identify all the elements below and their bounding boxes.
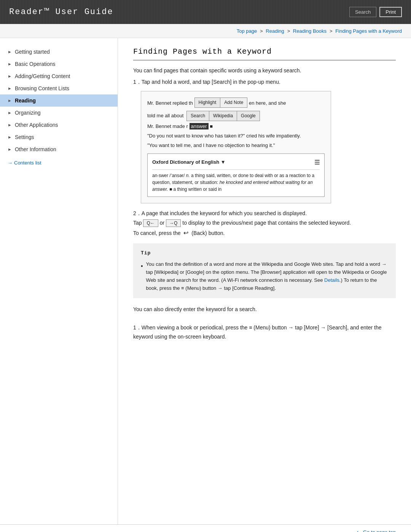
breadcrumb-reading-books[interactable]: Reading Books xyxy=(293,28,327,34)
step-1: 1．Tap and hold a word, and tap [Search] … xyxy=(133,79,396,203)
step2-cancel-line: To cancel, press the ↩ (Back) button. xyxy=(133,229,396,236)
sidebar-item-label: Browsing Content Lists xyxy=(15,85,69,91)
bullet-dot: • xyxy=(141,261,143,271)
chevron-right-icon: ► xyxy=(8,62,12,66)
sidebar-item-label: Other Applications xyxy=(15,122,58,128)
screenshot-q2-text: "You want to tell me, and I have no obje… xyxy=(147,142,275,148)
step1-label: 1．Tap and hold a word, and tap [Search] … xyxy=(133,79,396,86)
device-screenshot: Mr. Bennet replied th Highlight Add Note… xyxy=(141,91,331,203)
chevron-right-icon: ► xyxy=(8,147,12,152)
step-2: 2．A page that includes the keyword for w… xyxy=(133,210,396,236)
screenshot-text3: told me all about xyxy=(147,113,183,118)
sidebar-item-label: Adding/Getting Content xyxy=(15,73,70,79)
goto-top-label: Go to page top xyxy=(363,529,396,532)
details-link[interactable]: Details xyxy=(324,277,339,283)
prev-arrow-icon: Q← xyxy=(147,220,155,226)
sidebar-item-organizing[interactable]: ► Organizing xyxy=(0,107,118,119)
screenshot-text1: Mr. Bennet replied th xyxy=(147,100,193,106)
tip-title: Tip xyxy=(141,249,388,257)
page-title: Finding Pages with a Keyword xyxy=(133,47,396,61)
highlight-btn[interactable]: Highlight xyxy=(195,98,221,107)
step2-suffix: to display to the previous/next page tha… xyxy=(182,220,351,226)
contents-list-link[interactable]: → Contents list xyxy=(0,155,118,169)
sidebar-item-other-applications[interactable]: ► Other Applications xyxy=(0,119,118,131)
sidebar: ► Getting started ► Basic Operations ► A… xyxy=(0,38,118,524)
sidebar-item-adding-content[interactable]: ► Adding/Getting Content xyxy=(0,70,118,82)
popup-search-wiki-google: Search Wikipedia Google xyxy=(186,111,260,121)
header-buttons: Search Print xyxy=(349,7,402,17)
sidebar-item-settings[interactable]: ► Settings xyxy=(0,131,118,143)
main-content: Finding Pages with a Keyword You can fin… xyxy=(118,38,411,524)
breadcrumb: Top page > Reading > Reading Books > Fin… xyxy=(0,24,411,38)
screenshot-quote1: "Do you not want to know who has taken i… xyxy=(147,132,325,140)
chevron-right-icon: ► xyxy=(8,86,12,91)
main-layout: ► Getting started ► Basic Operations ► A… xyxy=(0,38,411,524)
breadcrumb-top-page[interactable]: Top page xyxy=(237,28,257,34)
tip-bullet: • You can find the definition of a word … xyxy=(141,260,388,292)
sidebar-item-label: Organizing xyxy=(15,110,41,116)
dictionary-box: Oxford Dictionary of English ▼ ☰ an·swer… xyxy=(147,153,325,197)
step2-tap-label: Tap xyxy=(133,220,143,226)
contents-list-label: Contents list xyxy=(14,160,41,166)
popup-menu-row2: Search Wikipedia Google xyxy=(186,111,260,121)
breadcrumb-sep3: > xyxy=(330,28,334,34)
sidebar-item-browsing-content[interactable]: ► Browsing Content Lists xyxy=(0,82,118,94)
breadcrumb-sep2: > xyxy=(287,28,292,34)
goto-top-link[interactable]: ▲ Go to page top xyxy=(355,529,396,532)
dict-title: Oxford Dictionary of English ▼ xyxy=(152,158,226,166)
prev-page-button[interactable]: Q← xyxy=(143,219,158,227)
dict-menu-icon: ☰ xyxy=(314,158,320,168)
dict-content: an·swer /ˈansər/ n. a thing said, writte… xyxy=(152,172,320,193)
add-note-btn[interactable]: Add Note xyxy=(220,98,247,107)
screenshot-line3: Mr. Bennet made r answer ■ xyxy=(147,123,325,131)
answer-word: answer xyxy=(190,123,209,129)
sidebar-item-label: Other Information xyxy=(15,146,56,152)
dict-definition: an·swer /ˈansər/ n. a thing said, writte… xyxy=(152,173,314,192)
dict-header: Oxford Dictionary of English ▼ ☰ xyxy=(152,158,320,170)
wikipedia-btn[interactable]: Wikipedia xyxy=(209,111,237,121)
chevron-right-icon: ► xyxy=(8,110,12,115)
next-page-button[interactable]: →Q xyxy=(166,219,181,227)
print-button[interactable]: Print xyxy=(379,7,402,17)
screenshot-quote2: "You want to tell me, and I have no obje… xyxy=(147,142,325,150)
search-button[interactable]: Search xyxy=(349,7,376,17)
search-btn[interactable]: Search xyxy=(187,111,209,121)
section2: You can also directly enter the keyword … xyxy=(133,305,396,341)
page-header: Reader™ User Guide Search Print xyxy=(0,0,411,24)
screenshot-q1-text: "Do you not want to know who has taken i… xyxy=(147,133,301,139)
chevron-right-icon: ► xyxy=(8,123,12,127)
step-final: 1．When viewing a book or periodical, pre… xyxy=(133,323,396,342)
back-icon: ↩ xyxy=(183,230,188,236)
back-label: (Back) button. xyxy=(191,230,225,236)
screenshot-text4: Mr. Bennet made r xyxy=(147,123,188,129)
triangle-up-icon: ▲ xyxy=(355,529,360,532)
screenshot-line2: told me all about Search Wikipedia Googl… xyxy=(147,111,325,121)
app-title: Reader™ User Guide xyxy=(9,7,113,17)
step2-nav-line: Tap Q← or →Q to display to the previous/… xyxy=(133,219,396,227)
footer-bar: ▲ Go to page top xyxy=(0,524,411,532)
popup-menu-row1: Highlight Add Note xyxy=(194,97,248,109)
cancel-label: To cancel, press the xyxy=(133,230,181,236)
next-arrow-icon: →Q xyxy=(169,220,177,226)
breadcrumb-reading[interactable]: Reading xyxy=(266,28,284,34)
sidebar-item-other-info[interactable]: ► Other Information xyxy=(0,143,118,155)
section2-intro: You can also directly enter the keyword … xyxy=(133,305,396,314)
chevron-right-icon: ► xyxy=(8,74,12,78)
popup-highlight-addnote: Highlight Add Note xyxy=(194,97,248,108)
step2-line1: 2．A page that includes the keyword for w… xyxy=(133,210,396,217)
screenshot-line1: Mr. Bennet replied th Highlight Add Note… xyxy=(147,97,325,109)
sidebar-item-reading[interactable]: ► Reading xyxy=(0,94,118,107)
sidebar-item-label: Getting started xyxy=(15,49,50,55)
cursor-marker: ■ xyxy=(210,123,213,129)
chevron-right-icon: ► xyxy=(8,98,12,103)
breadcrumb-sep1: > xyxy=(260,28,264,34)
chevron-right-icon: ► xyxy=(8,50,12,54)
breadcrumb-current[interactable]: Finding Pages with a Keyword xyxy=(335,28,402,34)
google-btn[interactable]: Google xyxy=(237,111,260,121)
sidebar-item-basic-operations[interactable]: ► Basic Operations xyxy=(0,58,118,70)
chevron-right-icon: ► xyxy=(8,135,12,139)
sidebar-item-getting-started[interactable]: ► Getting started xyxy=(0,46,118,58)
tip-box: Tip • You can find the definition of a w… xyxy=(133,243,396,298)
step2-or: or xyxy=(160,220,166,226)
sidebar-item-label: Settings xyxy=(15,134,34,140)
